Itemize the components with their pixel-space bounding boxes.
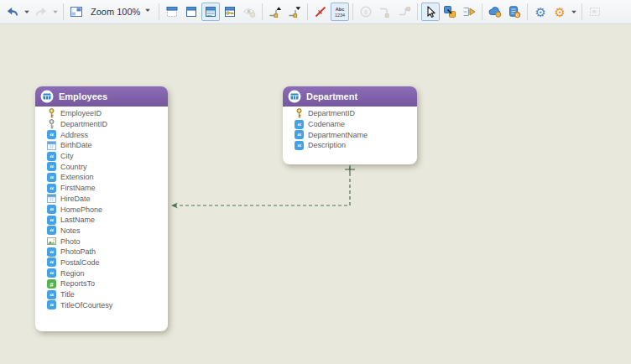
field-row[interactable]: “Address: [47, 129, 163, 140]
generate-options-caret[interactable]: [570, 3, 578, 21]
field-name: Notes: [60, 226, 81, 235]
field-row[interactable]: “PostalCode: [47, 257, 163, 268]
toolbar-separator: [482, 3, 482, 20]
entity-header[interactable]: Employees: [35, 86, 168, 107]
field-row[interactable]: DepartmentID: [47, 119, 163, 130]
entity-field-list: EmployeeIDDepartmentID“AddressBirthDate“…: [35, 107, 168, 310]
new-entity-button[interactable]: [441, 3, 459, 21]
chevron-down-icon: [144, 3, 151, 20]
svg-text:“: “: [50, 164, 54, 172]
field-row[interactable]: EmployeeID: [47, 108, 163, 119]
route-connector-down-button[interactable]: [285, 3, 304, 21]
field-row[interactable]: HireDate: [47, 194, 163, 205]
update-database-button[interactable]: 0: [505, 3, 524, 21]
field-row[interactable]: “Extension: [47, 172, 163, 183]
field-name: Photo: [60, 237, 81, 246]
field-row[interactable]: “HomePhone: [47, 204, 163, 215]
field-row[interactable]: “DepartmentName: [295, 129, 412, 140]
field-row[interactable]: Photo: [47, 236, 163, 247]
field-name: PhotoPath: [60, 247, 96, 256]
show-hidden-columns-button: [240, 3, 258, 21]
auto-layout-button[interactable]: [460, 3, 478, 21]
circled-dollar-icon: $: [359, 5, 373, 18]
svg-text:“: “: [50, 302, 54, 310]
show-data-types-button[interactable]: Abc1234: [331, 3, 349, 21]
field-name: EmployeeID: [60, 109, 102, 117]
settings-button[interactable]: ⚙: [531, 3, 550, 21]
entity-card-employees[interactable]: Employees EmployeeIDDepartmentID“Address…: [35, 86, 168, 331]
text-icon: “: [47, 289, 56, 299]
field-row[interactable]: “PhotoPath: [47, 247, 163, 257]
field-name: Title: [60, 290, 75, 299]
field-name: BirthDate: [60, 141, 92, 149]
new-entity-icon: [443, 5, 456, 18]
field-row[interactable]: “Notes: [47, 226, 163, 237]
field-row[interactable]: BirthDate: [47, 140, 163, 151]
diagram-navigator-button[interactable]: [67, 3, 86, 21]
field-row[interactable]: “FirstName: [47, 183, 163, 194]
zoom-dropdown[interactable]: Zoom 100%: [86, 3, 155, 21]
undo-caret[interactable]: [23, 3, 31, 21]
zoom-to-selection-button: [586, 3, 604, 21]
cloud-sync-button[interactable]: [486, 3, 504, 21]
svg-text:“: “: [50, 227, 54, 236]
field-row[interactable]: “Region: [47, 268, 163, 278]
field-name: Address: [60, 131, 88, 139]
entity-field-list: DepartmentID“Codename“DepartmentName“Des…: [283, 107, 417, 151]
show-attribute-details-button: $: [357, 3, 375, 21]
field-name: DepartmentID: [308, 109, 355, 117]
generate-options-button[interactable]: ⚙: [550, 3, 569, 21]
field-name: FirstName: [60, 184, 96, 192]
field-row[interactable]: “Description: [295, 140, 412, 151]
field-row[interactable]: #ReportsTo: [47, 278, 163, 289]
entity-header[interactable]: Department: [283, 86, 417, 107]
svg-text:“: “: [50, 206, 54, 215]
field-name: DepartmentID: [60, 120, 107, 128]
straighten-icon: [314, 5, 327, 18]
toolbar-separator: [352, 3, 353, 20]
text-icon: “: [47, 226, 56, 236]
svg-text:0: 0: [516, 13, 519, 18]
field-row[interactable]: “Title: [47, 289, 163, 300]
chevron-down-icon: [571, 5, 577, 18]
date-icon: [47, 140, 56, 150]
view-all-columns-button[interactable]: [201, 3, 220, 21]
view-collapsed-entities-button[interactable]: [182, 3, 201, 21]
field-row[interactable]: “TitleOfCourtesy: [47, 299, 163, 310]
text-icon: “: [47, 257, 56, 268]
diagram-canvas[interactable]: Employees EmployeeIDDepartmentID“Address…: [0, 0, 631, 364]
svg-text:“: “: [297, 132, 301, 140]
field-name: DepartmentName: [308, 131, 368, 139]
toolbar-separator: [159, 3, 159, 20]
text-icon: “: [295, 130, 304, 140]
field-name: HireDate: [60, 195, 91, 203]
field-row[interactable]: “LastName: [47, 215, 163, 226]
svg-text:“: “: [50, 291, 54, 299]
view-columns-icon: [204, 5, 217, 18]
field-row[interactable]: “Codename: [295, 119, 412, 130]
gear-orange-icon: ⚙: [555, 6, 566, 18]
undo-button[interactable]: [3, 3, 22, 21]
route-down-icon: [288, 5, 301, 18]
view-entity-names-only-button[interactable]: [163, 3, 181, 21]
relationship-arrow-marker: [171, 202, 178, 208]
text-icon: “: [47, 172, 56, 182]
app-window: Zoom 100%Abc1234$0⚙⚙ Employees EmployeeI…: [0, 0, 631, 364]
view-keys-only-button[interactable]: [221, 3, 239, 21]
entity-title: Employees: [59, 91, 107, 101]
route-connector-up-button[interactable]: [266, 3, 284, 21]
field-row[interactable]: “City: [47, 151, 163, 162]
field-row[interactable]: “Country: [47, 161, 163, 172]
image-icon: [47, 237, 56, 247]
select-tool-button[interactable]: [421, 3, 440, 21]
svg-text:1234: 1234: [335, 13, 345, 18]
entity-card-department[interactable]: Department DepartmentID“Codename“Departm…: [283, 86, 417, 164]
relationship-line[interactable]: [171, 167, 350, 205]
field-row[interactable]: DepartmentID: [295, 108, 412, 119]
view-collapsed-icon: [185, 5, 198, 18]
redo-icon: [34, 5, 48, 18]
undo-icon: [6, 5, 19, 18]
route-up-icon: [269, 5, 282, 18]
remove-bend-points-button[interactable]: [311, 3, 330, 21]
field-name: Country: [60, 163, 87, 171]
